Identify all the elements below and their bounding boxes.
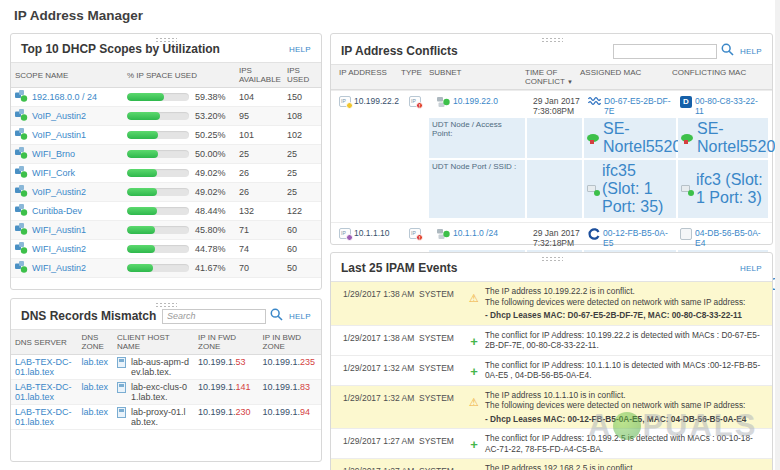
drag-handle-icon[interactable] <box>155 37 177 43</box>
dhcp-scope-icon <box>15 90 28 104</box>
col-ip-space-used[interactable]: % IP SPACE USED <box>123 63 235 88</box>
scope-name-link[interactable]: WIFI_Austin1 <box>32 225 86 235</box>
dns-zone-link[interactable]: lab.tex <box>82 382 109 392</box>
drag-handle-icon[interactable] <box>541 256 563 262</box>
dns-server-link[interactable]: LAB-TEX-DC-01.lab.tex <box>15 357 72 377</box>
ips-used-value: 60 <box>283 221 321 240</box>
col-ips-used[interactable]: IPSUSED <box>283 63 321 88</box>
scope-name-link[interactable]: VoIP_Austin1 <box>32 130 86 140</box>
dhcp-scope-icon <box>15 128 28 142</box>
col-dns-zone[interactable]: DNSZONE <box>78 330 113 355</box>
scope-name-link[interactable]: Curitiba-Dev <box>32 206 82 216</box>
dns-mismatch-row: LAB-TEX-DC-01.lab.texlab.texlab-exc-clus… <box>11 380 321 405</box>
conflicting-port-link[interactable]: ifc3 (Slot: 1 Port: 3) <box>696 171 765 207</box>
col-conflicting-mac[interactable]: CONFLICTING MAC <box>672 68 762 86</box>
page-title: IP Address Manager <box>14 8 143 23</box>
assigned-mac-link[interactable]: 00-12-FB-B5-0A-E5 <box>603 228 674 248</box>
events-help-link[interactable]: HELP <box>740 264 762 273</box>
col-ip-address[interactable]: IP ADDRESS <box>331 68 401 86</box>
ips-used-value: 25 <box>283 164 321 183</box>
fwd-zone-ip-mismatch: 230 <box>236 407 251 417</box>
ips-available-value: 25 <box>235 145 283 164</box>
conflicts-search-input[interactable] <box>613 44 717 59</box>
interface-status-icon <box>587 185 599 194</box>
scope-name-link[interactable]: WIFI_Cork <box>32 168 75 178</box>
dns-search-input[interactable] <box>162 309 266 324</box>
dhcp-scope-row: Curitiba-Dev48.44%132122 <box>11 202 321 221</box>
col-ip-bwd[interactable]: IP IN BWDZONE <box>259 330 321 355</box>
dhcp-scope-icon <box>15 242 28 256</box>
assigned-node-link[interactable]: SE-Nortel5520 <box>603 120 681 156</box>
scope-name-link[interactable]: VoIP_Austin2 <box>32 187 86 197</box>
event-source: SYSTEM <box>417 463 463 470</box>
assigned-port-link[interactable]: ifc35 (Slot: 1 Port: 35) <box>602 162 673 216</box>
event-time: 1/29/2017 1:32 AM <box>331 360 417 381</box>
conflict-subnet-link[interactable]: 10.199.22.0 <box>453 96 498 106</box>
dhcp-scopes-panel: Top 10 DHCP Scopes by Utilization HELP S… <box>10 33 322 290</box>
event-source: SYSTEM <box>417 433 463 454</box>
col-ip-fwd[interactable]: IP IN FWDZONE <box>194 330 258 355</box>
conflicting-node-link[interactable]: SE-Nortel5520 <box>697 120 775 156</box>
client-host-icon <box>117 382 127 395</box>
dhcp-scope-icon <box>15 261 28 275</box>
fwd-zone-ip: 10.199.1. <box>198 357 236 367</box>
dns-zone-link[interactable]: lab.tex <box>82 357 109 367</box>
drag-handle-icon[interactable] <box>541 37 563 43</box>
scope-name-link[interactable]: VoIP_Austin2 <box>32 111 86 121</box>
conflicting-mac-link[interactable]: 04-DB-56-B5-0A-E4 <box>695 228 764 248</box>
ips-used-value: 122 <box>283 202 321 221</box>
scope-name-link[interactable]: 192.168.0.0 / 24 <box>32 92 97 102</box>
node-status-icon <box>587 134 600 143</box>
drag-handle-icon[interactable] <box>155 302 177 308</box>
event-source: SYSTEM <box>417 390 463 425</box>
col-dns-server[interactable]: DNS SERVER <box>11 330 78 355</box>
ips-available-value: 74 <box>235 240 283 259</box>
nortel-vendor-icon <box>588 96 601 108</box>
dns-help-link[interactable]: HELP <box>289 312 311 321</box>
utilization-percent: 41.67% <box>195 263 226 273</box>
udt-node-label: UDT Node / Access Point: <box>429 118 525 158</box>
event-message: The IP address 10.1.1.10 is in conflict.… <box>485 390 772 425</box>
dns-zone-link[interactable]: lab.tex <box>82 407 109 417</box>
dns-server-link[interactable]: LAB-TEX-DC-01.lab.tex <box>15 382 72 402</box>
col-time-of-conflict[interactable]: TIME OFCONFLICT ▼ <box>525 68 580 86</box>
col-subnet[interactable]: SUBNET <box>429 68 525 86</box>
dns-server-link[interactable]: LAB-TEX-DC-01.lab.tex <box>15 407 72 427</box>
scope-name-link[interactable]: WIFI_Austin2 <box>32 244 86 254</box>
conflict-subnet-link[interactable]: 10.1.1.0 /24 <box>453 228 498 238</box>
sort-desc-icon: ▼ <box>567 79 573 85</box>
event-message: The IP address 192.168.2.5 is in conflic… <box>485 463 772 470</box>
col-type[interactable]: TYPE <box>401 68 429 86</box>
fwd-zone-ip: 10.199.1. <box>198 407 236 417</box>
dhcp-scope-row: WIFI_Cork49.02%2625 <box>11 164 321 183</box>
utilization-percent: 44.78% <box>195 244 226 254</box>
dhcp-scope-row: 192.168.0.0 / 2459.38%104150 <box>11 88 321 107</box>
search-icon[interactable] <box>721 42 734 60</box>
dhcp-scope-row: WIFI_Brno50.00%2525 <box>11 145 321 164</box>
col-assigned-mac[interactable]: ASSIGNED MAC <box>580 68 672 86</box>
client-host-name: lab-proxy-01.lab.tex. <box>131 407 190 427</box>
dhcp-help-link[interactable]: HELP <box>289 45 311 54</box>
ips-available-value: 71 <box>235 221 283 240</box>
conflict-ip-link[interactable]: 10.1.1.10 <box>354 228 389 238</box>
col-scope-name[interactable]: SCOPE NAME <box>11 63 123 88</box>
scope-name-link[interactable]: WIFI_Austin2 <box>32 263 86 273</box>
scope-name-link[interactable]: WIFI_Brno <box>32 149 75 159</box>
event-time: 1/29/2017 1:38 AM <box>331 330 417 351</box>
col-client-host[interactable]: CLIENT HOST NAME <box>113 330 194 355</box>
conflicts-help-link[interactable]: HELP <box>740 47 762 56</box>
ips-used-value: 60 <box>283 240 321 259</box>
conflicting-mac-link[interactable]: 00-80-C8-33-22-11 <box>695 96 764 116</box>
dns-mismatch-row: LAB-TEX-DC-01.lab.texlab.texlab-proxy-01… <box>11 405 321 430</box>
conflict-row: IP10.199.22.2IP!10.199.22.029 Jan 20177:… <box>331 90 772 116</box>
conflict-ip-link[interactable]: 10.199.22.2 <box>354 96 399 106</box>
col-ips-available[interactable]: IPSAVAILABLE <box>235 63 283 88</box>
event-time: 1/29/2017 1:32 AM <box>331 390 417 425</box>
event-row: 1/29/2017 1:27 AMSYSTEM⚠The IP address 1… <box>331 459 772 470</box>
fwd-zone-ip: 10.199.1. <box>198 382 236 392</box>
dhcp-scope-row: VoIP_Austin253.20%95108 <box>11 107 321 126</box>
search-icon[interactable] <box>270 307 283 325</box>
add-icon: + <box>470 364 478 379</box>
assigned-mac-link[interactable]: D0-67-E5-2B-DF-7E <box>604 96 674 116</box>
ips-used-value: 25 <box>283 145 321 164</box>
